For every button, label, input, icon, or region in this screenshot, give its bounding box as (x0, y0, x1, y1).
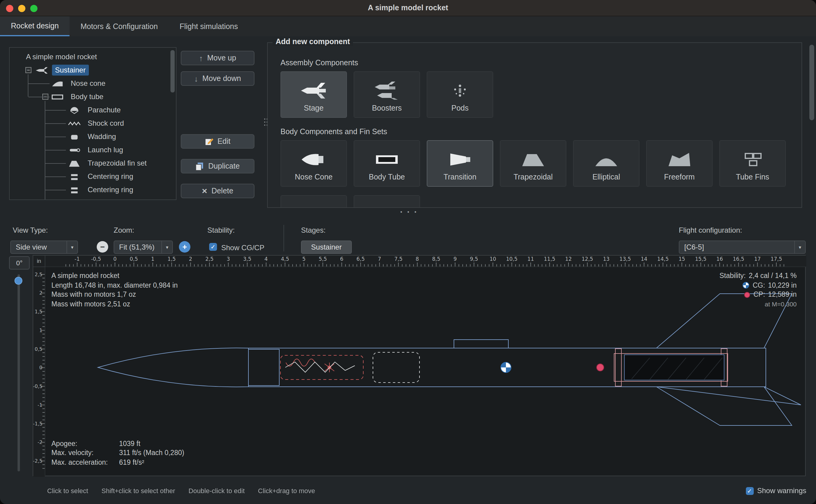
nose-shoulder-shape[interactable] (248, 349, 279, 386)
rotation-slider-thumb[interactable] (15, 277, 22, 285)
panel-scrollbar[interactable] (809, 37, 814, 208)
rocket-icon (35, 66, 48, 74)
chevron-down-icon: ▾ (161, 241, 172, 253)
tab-flight-simulations[interactable]: Flight simulations (169, 16, 249, 36)
stages-label: Stages: (301, 226, 325, 234)
tree-item-inner-tube[interactable]: Inner Tube (10, 196, 176, 200)
nose-cone-icon (299, 150, 328, 169)
component-button-partial[interactable] (280, 195, 347, 207)
fin-side-edge[interactable] (656, 387, 801, 405)
tree-item-label: Centering ring (85, 171, 136, 182)
component-button-pods[interactable]: Pods (427, 71, 493, 118)
show-cgcp-checkbox[interactable]: ✓ (209, 243, 217, 251)
title-bar[interactable]: A simple model rocket (0, 0, 816, 16)
zoom-select[interactable]: Fit (51,3%) ▾ (114, 241, 173, 254)
svg-text:10: 10 (490, 256, 496, 262)
launch-lug-shape[interactable] (454, 340, 508, 348)
wadding-shape[interactable] (373, 352, 419, 383)
boosters-icon (372, 81, 401, 100)
pencil-icon (205, 137, 213, 146)
collapse-icon[interactable]: − (25, 67, 31, 73)
svg-text:8,5: 8,5 (432, 256, 440, 262)
close-button[interactable] (6, 5, 13, 12)
cp-label: CP: (753, 290, 765, 299)
show-warnings-checkbox[interactable]: ✓ (746, 487, 753, 495)
component-tree[interactable]: A simple model rocket−SustainerNose cone… (9, 47, 176, 200)
shock-cord-shape[interactable] (285, 362, 355, 372)
tree-connector (28, 74, 28, 97)
tree-item-a-simple-model-rocket[interactable]: A simple model rocket (10, 50, 176, 63)
edit-button[interactable]: Edit (181, 134, 254, 149)
view-type-select[interactable]: Side view ▾ (10, 241, 78, 254)
tree-item-launch-lug[interactable]: Launch lug (10, 143, 176, 157)
zoom-out-button[interactable]: − (97, 241, 108, 253)
minimize-button[interactable] (18, 5, 25, 12)
component-button-partial[interactable] (354, 195, 420, 207)
fullscreen-button[interactable] (30, 5, 37, 12)
tree-item-label: Centering ring (85, 184, 136, 195)
tube-fins-icon (738, 150, 767, 169)
hint-double-click: Double-click to edit (189, 487, 245, 494)
svg-text:1,5: 1,5 (35, 309, 43, 315)
apogee-value: 1039 ft (119, 439, 184, 448)
tree-item-wadding[interactable]: Wadding (10, 130, 176, 143)
svg-text:2,5: 2,5 (35, 272, 43, 277)
tree-item-shock-cord[interactable]: Shock cord (10, 117, 176, 130)
view-type-label: View Type: (13, 226, 48, 234)
rotation-angle-box[interactable]: 0° (9, 256, 30, 270)
component-button-elliptical[interactable]: Elliptical (573, 140, 640, 187)
component-button-boosters[interactable]: Boosters (354, 71, 420, 118)
tree-item-sustainer[interactable]: −Sustainer (10, 63, 176, 77)
component-button-body-tube[interactable]: Body Tube (354, 140, 420, 187)
component-button-tube-fins[interactable]: Tube Fins (719, 140, 786, 187)
tree-connector (45, 150, 66, 150)
rotation-slider[interactable] (18, 274, 20, 471)
motor-shape[interactable] (624, 355, 724, 380)
svg-text:6: 6 (340, 256, 343, 262)
max-velocity-value: 311 ft/s (Mach 0,280) (119, 448, 184, 458)
svg-text:9,5: 9,5 (470, 256, 478, 262)
component-button-freeform[interactable]: Freeform (646, 140, 713, 187)
flight-configuration-select[interactable]: [C6-5] ▾ (679, 241, 806, 254)
component-button-transition[interactable]: Transition (427, 140, 493, 187)
svg-text:2: 2 (189, 256, 192, 262)
cg-value: 10,229 in (768, 281, 797, 290)
duplicate-button[interactable]: Duplicate (181, 159, 254, 173)
cp-marker (597, 364, 604, 371)
tree-item-parachute[interactable]: Parachute (10, 103, 176, 117)
component-button-trapezoidal[interactable]: Trapezoidal (500, 140, 566, 187)
svg-text:-1,5: -1,5 (33, 421, 42, 427)
tree-item-centering-ring[interactable]: Centering ring (10, 170, 176, 183)
tab-motors-configuration[interactable]: Motors & Configuration (70, 16, 169, 36)
panel-drag-handle-icon[interactable] (264, 118, 265, 120)
svg-text:-0,5: -0,5 (91, 256, 101, 262)
fin-lower-shape[interactable] (656, 387, 792, 425)
tree-item-trapezoidal-fin-set[interactable]: Trapezoidal fin set (10, 157, 176, 170)
svg-text:9: 9 (453, 256, 457, 262)
rocket-viewport[interactable]: in -1-0,500,511,522,533,544,555,566,577,… (33, 255, 806, 476)
centering-ring-shape[interactable] (615, 349, 621, 386)
tree-item-centering-ring[interactable]: Centering ring (10, 183, 176, 196)
component-button-stage[interactable]: Stage (280, 71, 347, 118)
tree-item-label: Parachute (85, 105, 124, 115)
tree-item-label: Body tube (68, 91, 106, 102)
tree-item-label: Launch lug (85, 144, 126, 155)
move-down-button[interactable]: ↓ Move down (181, 71, 254, 86)
stage-toggle-sustainer[interactable]: Sustainer (301, 241, 352, 254)
panel-scrollbar-thumb[interactable] (809, 45, 814, 120)
tree-item-label: Wadding (85, 131, 119, 142)
move-up-button[interactable]: ↑ Move up (181, 51, 254, 65)
svg-text:5,5: 5,5 (319, 256, 327, 262)
tab-rocket-design[interactable]: Rocket design (0, 16, 70, 36)
svg-text:4,5: 4,5 (281, 256, 289, 262)
component-button-nose-cone[interactable]: Nose Cone (280, 140, 347, 187)
panel-expand-handle[interactable]: • • • (399, 209, 419, 215)
fin-side-edge[interactable] (764, 387, 801, 405)
svg-text:-0,5: -0,5 (33, 383, 42, 389)
nose-cone-shape[interactable] (98, 348, 248, 387)
tree-connector (45, 176, 66, 177)
delete-button[interactable]: × Delete (181, 184, 254, 198)
centering-ring-icon (68, 186, 81, 194)
zoom-in-button[interactable]: + (179, 241, 190, 253)
svg-text:-2,5: -2,5 (33, 458, 42, 464)
